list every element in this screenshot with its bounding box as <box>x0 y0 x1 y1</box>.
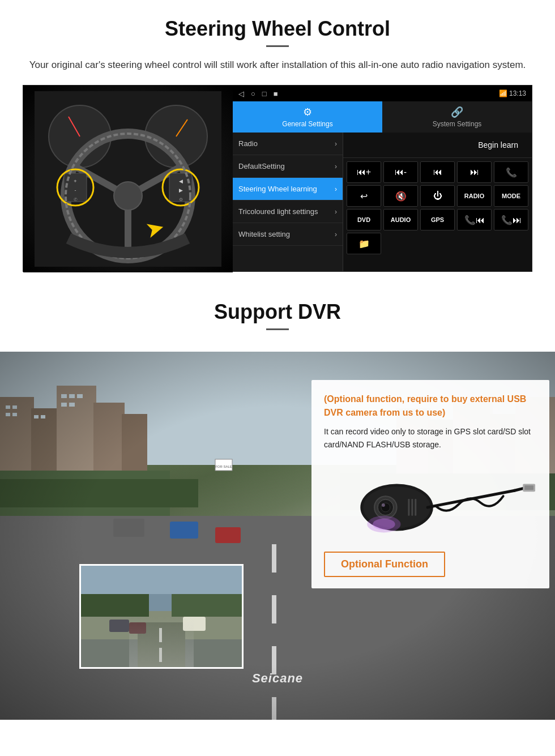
dvr-section: Support DVR <box>0 283 555 720</box>
phone-prev-button[interactable]: 📞⏮ <box>457 209 492 230</box>
steering-wheel-photo: + - ✆ ◀ ▶ ⚙ ➤ <box>23 86 233 272</box>
settings-menu: Radio › DefaultSetting › Steering Wheel … <box>233 133 343 271</box>
svg-point-75 <box>382 503 385 507</box>
dvr-title: Support DVR <box>23 300 532 324</box>
svg-text:◀: ◀ <box>179 178 183 184</box>
steering-wheel-svg: + - ✆ ◀ ▶ ⚙ ➤ <box>35 91 221 267</box>
dvr-camera-image <box>324 462 537 547</box>
svg-rect-82 <box>524 485 533 490</box>
prev-button[interactable]: ⏮ <box>420 161 455 183</box>
svg-text:FOR SALE: FOR SALE <box>215 465 232 468</box>
tab-system-settings[interactable]: 🔗 System Settings <box>382 101 532 133</box>
svg-text:▶: ▶ <box>179 187 183 193</box>
svg-rect-61 <box>138 622 185 667</box>
nav-home-icon[interactable]: ○ <box>251 89 255 98</box>
steering-demo-area: + - ✆ ◀ ▶ ⚙ ➤ <box>23 85 532 272</box>
control-buttons-grid: ⏮+ ⏮- ⏮ ⏭ 📞 ↩ 🔇 ⏻ RADIO MODE DVD AUDIO G… <box>343 158 532 258</box>
steering-description: Your original car's steering wheel contr… <box>23 57 532 72</box>
phone-next-button[interactable]: 📞⏭ <box>494 209 528 230</box>
dvr-main-area: FOR SALE <box>0 352 555 720</box>
gear-icon: ⚙ <box>303 106 312 118</box>
svg-point-84 <box>373 519 395 530</box>
svg-text:+: + <box>74 178 76 184</box>
dvr-title-area: Support DVR <box>0 300 555 352</box>
mute-button[interactable]: 🔇 <box>383 185 418 207</box>
settings-tabs: ⚙ General Settings 🔗 System Settings <box>233 101 532 133</box>
nav-recent-icon[interactable]: □ <box>262 89 267 98</box>
signal-icon: 📶 <box>499 89 509 97</box>
radio-button[interactable]: RADIO <box>457 185 492 207</box>
mode-button[interactable]: MODE <box>494 185 528 207</box>
svg-rect-64 <box>109 620 129 632</box>
nav-extra-icon[interactable]: ■ <box>274 89 278 98</box>
dvr-optional-text: (Optional function, require to buy exter… <box>324 392 537 420</box>
brand-name: Seicane <box>252 671 303 685</box>
dvr-camera-svg <box>324 462 537 547</box>
settings-body: Radio › DefaultSetting › Steering Wheel … <box>233 133 532 271</box>
menu-item-steering[interactable]: Steering Wheel learning › <box>233 178 343 200</box>
statusbar-clock: 📶 13:13 <box>499 89 526 97</box>
steering-wheel-section: Steering Wheel Control Your original car… <box>0 0 555 283</box>
menu-item-tricolour[interactable]: Tricoloured light settings › <box>233 200 343 223</box>
next-button[interactable]: ⏭ <box>457 161 492 183</box>
svg-rect-63 <box>159 648 162 662</box>
svg-text:⚙: ⚙ <box>179 197 183 202</box>
svg-rect-65 <box>183 617 206 631</box>
svg-text:✆: ✆ <box>74 197 78 202</box>
tab-system-label: System Settings <box>433 120 482 128</box>
system-icon: 🔗 <box>451 106 463 118</box>
menu-item-radio[interactable]: Radio › <box>233 133 343 155</box>
seicane-watermark: Seicane <box>252 671 303 686</box>
nav-back-icon[interactable]: ◁ <box>238 89 244 98</box>
phone-button[interactable]: 📞 <box>494 161 528 183</box>
chevron-right-icon: › <box>335 208 337 216</box>
menu-default-label: DefaultSetting <box>238 162 285 170</box>
dvr-description: It can record video only to storage in G… <box>324 425 537 451</box>
svg-rect-62 <box>159 628 162 642</box>
menu-steering-label: Steering Wheel learning <box>238 185 317 193</box>
menu-tricolour-label: Tricoloured light settings <box>238 207 318 216</box>
svg-point-9 <box>114 182 142 210</box>
svg-rect-69 <box>81 566 242 594</box>
vol-up-button[interactable]: ⏮+ <box>347 161 381 183</box>
inset-road-svg <box>81 566 242 667</box>
dvr-title-divider <box>266 328 289 330</box>
dvd-button[interactable]: DVD <box>347 209 381 230</box>
menu-radio-label: Radio <box>238 139 258 148</box>
svg-rect-78 <box>415 499 416 516</box>
dvr-info-card: (Optional function, require to buy exter… <box>311 380 549 588</box>
svg-rect-66 <box>129 622 146 634</box>
clock-display: 13:13 <box>509 89 526 97</box>
svg-rect-77 <box>411 499 413 516</box>
android-statusbar: ◁ ○ □ ■ 📶 13:13 <box>233 86 532 101</box>
svg-rect-68 <box>172 591 242 617</box>
title-divider <box>266 45 289 47</box>
back-button[interactable]: ↩ <box>347 185 381 207</box>
steering-content-area: Begin learn ⏮+ ⏮- ⏮ ⏭ 📞 ↩ 🔇 ⏻ RADIO MODE <box>343 133 532 271</box>
menu-item-whitelist[interactable]: Whitelist setting › <box>233 223 343 246</box>
power-button[interactable]: ⏻ <box>420 185 455 207</box>
menu-whitelist-label: Whitelist setting <box>238 230 290 238</box>
svg-rect-76 <box>408 499 409 516</box>
android-ui-panel: ◁ ○ □ ■ 📶 13:13 ⚙ General Settings 🔗 <box>233 86 532 271</box>
chevron-right-icon: › <box>335 185 337 193</box>
tab-general-settings[interactable]: ⚙ General Settings <box>233 101 382 133</box>
tab-general-label: General Settings <box>282 120 332 128</box>
page-title: Steering Wheel Control <box>23 17 532 41</box>
gps-button[interactable]: GPS <box>420 209 455 230</box>
menu-item-default[interactable]: DefaultSetting › <box>233 155 343 178</box>
chevron-right-icon: › <box>335 230 337 238</box>
chevron-right-icon: › <box>335 140 337 148</box>
statusbar-nav: ◁ ○ □ ■ <box>238 89 278 98</box>
dvr-inset-photo <box>79 564 244 669</box>
optional-function-button[interactable]: Optional Function <box>324 552 445 577</box>
chevron-right-icon: › <box>335 163 337 170</box>
vol-down-button[interactable]: ⏮- <box>383 161 418 183</box>
file-button[interactable]: 📁 <box>347 233 381 254</box>
svg-text:-: - <box>75 187 76 193</box>
begin-learn-button[interactable]: Begin learn <box>470 137 526 153</box>
audio-button[interactable]: AUDIO <box>383 209 418 230</box>
begin-learn-row: Begin learn <box>343 133 532 158</box>
